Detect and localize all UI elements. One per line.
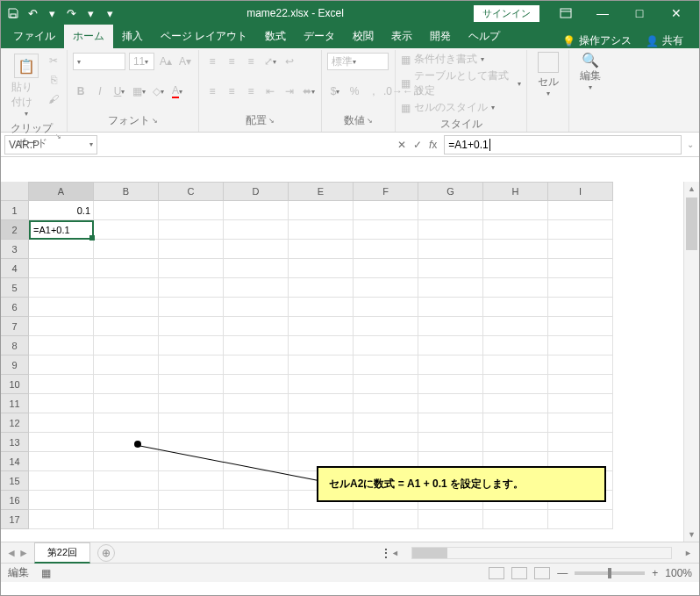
cell-F4[interactable] xyxy=(354,259,418,278)
enter-formula-icon[interactable]: ✓ xyxy=(413,139,422,151)
cell-H8[interactable] xyxy=(483,336,548,355)
cell-D2[interactable] xyxy=(224,220,289,240)
cell-G4[interactable] xyxy=(418,259,483,278)
row-header-7[interactable]: 7 xyxy=(1,317,29,336)
cell-H2[interactable] xyxy=(483,220,548,240)
chevron-down-icon[interactable]: ▾ xyxy=(89,140,93,148)
scroll-right-icon[interactable]: ► xyxy=(684,549,692,557)
row-header-14[interactable]: 14 xyxy=(1,452,29,471)
cell-A10[interactable] xyxy=(29,375,94,394)
tab-file[interactable]: ファイル xyxy=(4,25,64,48)
italic-button[interactable]: I xyxy=(92,83,108,100)
cell-A5[interactable] xyxy=(29,278,94,298)
cell-F17[interactable] xyxy=(354,510,418,529)
cell-F13[interactable] xyxy=(354,433,418,452)
col-header-F[interactable]: F xyxy=(354,182,418,201)
cell-C9[interactable] xyxy=(159,355,224,375)
cell-D5[interactable] xyxy=(224,278,289,298)
cell-D8[interactable] xyxy=(224,336,289,355)
copy-icon[interactable]: ⎘ xyxy=(46,71,61,89)
page-break-icon[interactable] xyxy=(534,567,550,579)
cell-F6[interactable] xyxy=(354,298,418,317)
align-right-icon[interactable]: ≡ xyxy=(243,83,259,100)
macro-record-icon[interactable]: ▦ xyxy=(41,567,51,579)
cell-I6[interactable] xyxy=(548,298,613,317)
cell-A15[interactable] xyxy=(29,471,94,491)
tab-layout[interactable]: ページ レイアウト xyxy=(152,25,256,48)
vertical-scrollbar[interactable]: ▲ ▼ xyxy=(683,182,699,542)
row-header-17[interactable]: 17 xyxy=(1,510,29,529)
scroll-up-icon[interactable]: ▲ xyxy=(684,182,699,196)
cell-E4[interactable] xyxy=(289,259,354,278)
cell-I1[interactable] xyxy=(548,201,613,220)
cell-I12[interactable] xyxy=(548,413,613,433)
cell-A16[interactable] xyxy=(29,491,94,510)
ribbon-options-icon[interactable] xyxy=(548,3,583,24)
cell-E8[interactable] xyxy=(289,336,354,355)
cell-E17[interactable] xyxy=(289,510,354,529)
cell-D6[interactable] xyxy=(224,298,289,317)
cell-B13[interactable] xyxy=(94,433,159,452)
border-button[interactable]: ▦▾ xyxy=(131,83,146,100)
cell-I2[interactable] xyxy=(548,220,613,240)
cell-A4[interactable] xyxy=(29,259,94,278)
cell-G12[interactable] xyxy=(418,413,483,433)
row-header-9[interactable]: 9 xyxy=(1,355,29,375)
cell-A11[interactable] xyxy=(29,394,94,413)
col-header-D[interactable]: D xyxy=(224,182,289,201)
name-box[interactable]: VAR.P▾ xyxy=(4,135,97,154)
cell-D15[interactable] xyxy=(224,471,289,491)
cell-B8[interactable] xyxy=(94,336,159,355)
cell-C10[interactable] xyxy=(159,375,224,394)
cell-A8[interactable] xyxy=(29,336,94,355)
col-header-A[interactable]: A xyxy=(29,182,94,201)
cell-F10[interactable] xyxy=(354,375,418,394)
fill-color-button[interactable]: ◇▾ xyxy=(150,83,166,100)
font-combo[interactable]: ▾ xyxy=(73,53,125,70)
horizontal-scrollbar[interactable]: ⋮ ◄ ► xyxy=(122,547,692,559)
cell-C7[interactable] xyxy=(159,317,224,336)
edit-button[interactable]: 🔍編集▾ xyxy=(575,52,606,91)
cell-G2[interactable] xyxy=(418,220,483,240)
cell-C6[interactable] xyxy=(159,298,224,317)
signin-button[interactable]: サインイン xyxy=(474,5,539,22)
cell-I13[interactable] xyxy=(548,433,613,452)
cell-B6[interactable] xyxy=(94,298,159,317)
cell-D11[interactable] xyxy=(224,394,289,413)
cell-A17[interactable] xyxy=(29,510,94,529)
hscroll-thumb[interactable] xyxy=(412,548,447,558)
cell-E11[interactable] xyxy=(289,394,354,413)
cell-E10[interactable] xyxy=(289,375,354,394)
tab-home[interactable]: ホーム xyxy=(64,25,113,48)
cell-F9[interactable] xyxy=(354,355,418,375)
cell-F7[interactable] xyxy=(354,317,418,336)
cell-I9[interactable] xyxy=(548,355,613,375)
minimize-button[interactable]: — xyxy=(585,3,620,24)
cell-button[interactable]: セル▾ xyxy=(532,52,563,97)
cell-C1[interactable] xyxy=(159,201,224,220)
cell-C4[interactable] xyxy=(159,259,224,278)
page-layout-icon[interactable] xyxy=(511,567,527,579)
font-color-button[interactable]: A▾ xyxy=(169,83,185,100)
align-left-icon[interactable]: ≡ xyxy=(204,83,220,100)
cut-icon[interactable]: ✂ xyxy=(46,52,61,69)
redo-dropdown-icon[interactable]: ▾ xyxy=(83,6,97,20)
row-header-4[interactable]: 4 xyxy=(1,259,29,278)
cell-I11[interactable] xyxy=(548,394,613,413)
cell-C12[interactable] xyxy=(159,413,224,433)
row-header-13[interactable]: 13 xyxy=(1,433,29,452)
cell-D1[interactable] xyxy=(224,201,289,220)
cell-A13[interactable] xyxy=(29,433,94,452)
bold-button[interactable]: B xyxy=(73,83,89,100)
cell-I3[interactable] xyxy=(548,240,613,259)
col-header-H[interactable]: H xyxy=(483,182,548,201)
worksheet-grid[interactable]: ABCDEFGHI10.12=A1+0.13456789101112131415… xyxy=(1,182,699,542)
cell-C3[interactable] xyxy=(159,240,224,259)
zoom-out-icon[interactable]: — xyxy=(557,567,568,579)
cell-E3[interactable] xyxy=(289,240,354,259)
scroll-down-icon[interactable]: ▼ xyxy=(684,528,699,542)
cell-H9[interactable] xyxy=(483,355,548,375)
scroll-thumb[interactable] xyxy=(686,197,697,250)
comma-icon[interactable]: , xyxy=(366,83,382,100)
cell-E6[interactable] xyxy=(289,298,354,317)
